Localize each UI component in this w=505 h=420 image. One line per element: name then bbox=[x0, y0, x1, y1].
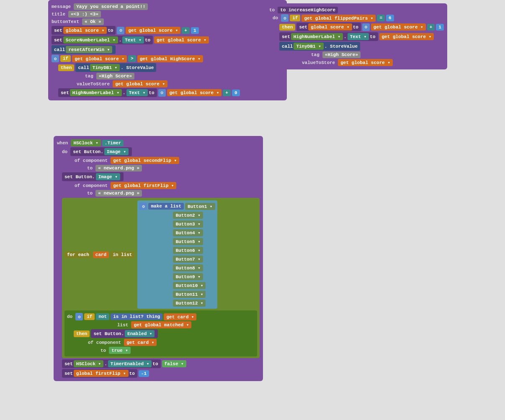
then3-block: then bbox=[74, 330, 90, 337]
btn10-block: Button10 ▾ bbox=[173, 282, 206, 289]
gear-if-icon: ⚙ bbox=[75, 313, 83, 320]
if-block: if bbox=[60, 55, 71, 62]
btn5-block: Button5 ▾ bbox=[173, 238, 203, 245]
reset-pill: resetAfterWin ▾ bbox=[66, 46, 112, 53]
call-reset-block: call resetAfterWin ▾ bbox=[52, 45, 116, 54]
set-score-block: set global score ▾ to bbox=[52, 26, 116, 35]
tag2-label: tag bbox=[311, 52, 319, 57]
of-comp1-label: of component bbox=[75, 158, 108, 163]
then2-block: then bbox=[279, 24, 295, 31]
call-tinydb-block: call TinyDB1 ▾ . StoreValue bbox=[75, 63, 156, 72]
btn12-block: Button12 ▾ bbox=[173, 300, 206, 307]
get-score-r-block: get global score ▾ bbox=[371, 23, 426, 31]
canvas: message Yayy you scored a point!! title … bbox=[0, 0, 505, 420]
do3-label: do bbox=[67, 314, 72, 319]
btn2-block: Button2 ▾ bbox=[173, 212, 203, 219]
high-score-tag2: « High Score » bbox=[322, 51, 361, 58]
do-label: do bbox=[273, 15, 278, 20]
get-card2-block: get card ▾ bbox=[124, 339, 157, 346]
eq-block: = bbox=[377, 15, 385, 21]
global-score-pill: global score ▾ bbox=[63, 27, 107, 34]
tinydb-pill: TinyDB1 ▾ bbox=[90, 64, 120, 71]
buttontext-value: « Ok » bbox=[82, 18, 104, 25]
get-matched-block: get global matched ▾ bbox=[131, 321, 191, 328]
for-each-container: for each card in list ⚙ make a list Butt… bbox=[62, 198, 260, 358]
foreach-block: for each bbox=[64, 251, 92, 258]
set-label-block: set ScoreNumberLabel ▾ . Text ▾ to bbox=[52, 36, 153, 44]
high-score-tag: « High Score » bbox=[96, 73, 134, 79]
newcard1-block: « newcard.png » bbox=[95, 165, 142, 172]
newcard2-block: « newcard.png » bbox=[95, 190, 142, 197]
then-block: then bbox=[58, 64, 74, 71]
message-value: Yayy you scored a point!! bbox=[74, 3, 148, 10]
gear-icon5: ⚙ bbox=[362, 23, 370, 31]
not-block: not bbox=[96, 313, 109, 320]
lower-group: when HSClock ▾ .Timer do set Button. Ima… bbox=[54, 136, 263, 381]
set-btn2-block: set Button. Image ▾ bbox=[62, 172, 124, 181]
text-pill: Text ▾ bbox=[122, 36, 144, 44]
tinydb2-pill: TinyDB1 ▾ bbox=[294, 43, 323, 50]
true-block: true ▾ bbox=[109, 347, 131, 354]
get-score4-block: get global score ▾ bbox=[113, 80, 167, 87]
timer-block: .Timer bbox=[102, 140, 124, 146]
set-btn3-block: set Button. Enabled ▾ bbox=[91, 329, 158, 338]
score-label-pill: ScoreNumberLabel ▾ bbox=[63, 36, 118, 44]
false-block: false ▾ bbox=[162, 360, 186, 367]
get-second-block: get global secondFlip ▾ bbox=[111, 157, 179, 164]
btn9-block: Button9 ▾ bbox=[173, 273, 203, 280]
btn4-block: Button4 ▾ bbox=[173, 229, 203, 236]
of-comp3-label: of component bbox=[88, 340, 121, 345]
get-score-r3-block: get global score ▾ bbox=[338, 59, 393, 66]
btn1-block: Button1 ▾ bbox=[185, 203, 215, 210]
one-r-block: 1 bbox=[436, 24, 444, 31]
set-btn1-block: set Button. Image ▾ bbox=[70, 147, 132, 156]
one-block: 1 bbox=[191, 27, 199, 34]
get-score2-block: get global score ▾ bbox=[154, 36, 209, 44]
increase-high-score-block: to increaseHighScore bbox=[278, 7, 338, 13]
high-label2-pill: HighNumberLabel ▾ bbox=[291, 33, 343, 40]
inlist-block: in list bbox=[110, 251, 134, 258]
card-block: card bbox=[93, 251, 109, 258]
get-highscore-block: get global HighScore ▾ bbox=[137, 55, 203, 62]
to-label: to bbox=[269, 8, 275, 13]
isinlist-block: is in list? thing bbox=[111, 313, 162, 320]
plus-r-block: + bbox=[427, 24, 435, 31]
text-pill2: Text ▾ bbox=[126, 89, 148, 96]
list2-label: list bbox=[117, 323, 128, 328]
gt-block: > bbox=[128, 55, 136, 62]
gear-list-icon: ⚙ bbox=[139, 202, 147, 210]
get-first-block: get global firstFlip ▾ bbox=[111, 182, 176, 189]
text-pill3: Text ▾ bbox=[348, 33, 369, 40]
upper-left-group: message Yayy you scored a point!! title … bbox=[48, 0, 287, 100]
hsclock-block: HSClock ▾ bbox=[71, 139, 100, 146]
get-score-r2-block: get global score ▾ bbox=[379, 33, 434, 40]
neg-one-block: -1 bbox=[139, 370, 149, 377]
get-score-block: get global score ▾ bbox=[126, 27, 180, 34]
set-firstflip-block: set global firstFlip ▾ to bbox=[62, 369, 137, 378]
image2-pill: Image ▾ bbox=[96, 173, 120, 180]
when-label: when bbox=[57, 141, 68, 146]
do2-label: do bbox=[62, 149, 67, 154]
tag-label: tag bbox=[85, 74, 93, 79]
to2-label: to bbox=[87, 191, 93, 196]
set-high-block: set HighNumberLabel ▾ . Text ▾ to bbox=[58, 88, 157, 97]
if2-block: if bbox=[290, 15, 300, 21]
btn6-block: Button6 ▾ bbox=[173, 247, 203, 254]
plus2-block: + bbox=[223, 90, 231, 96]
firstflip-pill: global firstFlip ▾ bbox=[74, 370, 129, 377]
six-block: 6 bbox=[386, 15, 394, 21]
upper-right-group: to to increaseHighScore do ⚙ if get glob… bbox=[266, 3, 447, 69]
do-area: do ⚙ if not is in list? thing get card ▾… bbox=[64, 310, 257, 356]
to3-label: to bbox=[100, 348, 106, 353]
high-label-pill: HighNumberLabel ▾ bbox=[70, 89, 122, 96]
timerenabled-pill: TimerEnabled ▾ bbox=[108, 360, 152, 367]
set-hsclock-block: set HSClock ▾ . TimerEnabled ▾ to bbox=[62, 359, 161, 368]
gear-icon3: ⚙ bbox=[158, 89, 166, 97]
valuetostore2-label: valueToStore bbox=[302, 60, 335, 65]
title-value: «<3 :) <3» bbox=[68, 11, 101, 18]
set-score2-block: set global score ▾ to bbox=[296, 23, 361, 31]
message-label: message bbox=[52, 4, 71, 9]
make-list-block: make a list bbox=[148, 203, 184, 210]
hsclock-pill: HSClock ▾ bbox=[74, 360, 103, 367]
get-card-block: get card ▾ bbox=[164, 313, 196, 320]
